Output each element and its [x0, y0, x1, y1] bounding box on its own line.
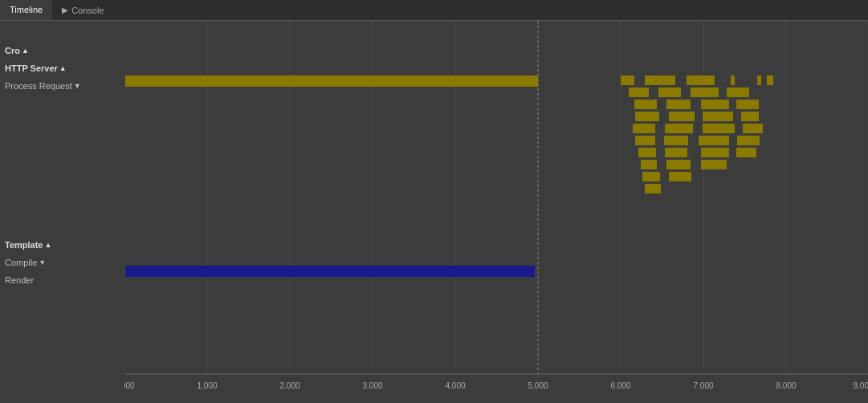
compile-label: Compile	[5, 258, 37, 267]
cro-label: Cro	[5, 46, 20, 55]
svg-rect-45	[645, 184, 661, 193]
console-tab-label: Console	[71, 6, 104, 15]
svg-text:4.000: 4.000	[445, 381, 465, 390]
svg-text:6.000: 6.000	[610, 381, 630, 390]
bars-spacer	[0, 95, 124, 236]
svg-rect-46	[767, 75, 773, 85]
svg-rect-27	[741, 112, 759, 121]
render-row[interactable]: Render	[0, 271, 124, 289]
svg-rect-26	[703, 112, 733, 121]
svg-rect-41	[666, 160, 691, 169]
timeline-tab-label: Timeline	[10, 5, 43, 14]
main-layout: Cro ▲ HTTP Server ▲ Process Request ▼ Te…	[0, 21, 868, 403]
template-label: Template	[5, 240, 43, 250]
svg-text:2.000: 2.000	[279, 381, 300, 390]
process-request-row[interactable]: Process Request ▼	[0, 77, 124, 95]
svg-rect-11	[621, 75, 634, 85]
compile-bar	[125, 266, 535, 277]
http-server-group-header[interactable]: HTTP Server ▲	[0, 59, 124, 77]
svg-text:7.000: 7.000	[693, 381, 713, 390]
svg-rect-43	[642, 172, 660, 181]
svg-rect-25	[669, 112, 695, 121]
cro-arrow: ▲	[22, 47, 29, 55]
tab-bar: Timeline ▶ Console	[0, 0, 868, 21]
chart-area: 0.000 1.000 2.000 3.000 4.000 5.000 6.00…	[124, 21, 868, 403]
tab-timeline[interactable]: Timeline	[0, 0, 52, 20]
svg-rect-40	[641, 160, 657, 169]
svg-rect-28	[633, 124, 655, 133]
svg-rect-34	[699, 136, 729, 145]
svg-rect-30	[703, 124, 735, 133]
svg-rect-15	[757, 75, 761, 85]
cro-group-header[interactable]: Cro ▲	[0, 42, 124, 59]
svg-rect-19	[727, 88, 749, 97]
svg-rect-16	[629, 88, 649, 97]
svg-rect-32	[635, 136, 655, 145]
svg-rect-13	[687, 75, 715, 85]
compile-row[interactable]: Compile ▼	[0, 254, 124, 271]
process-request-arrow: ▼	[74, 82, 81, 90]
process-request-label: Process Request	[5, 81, 72, 91]
http-server-label: HTTP Server	[5, 63, 58, 73]
console-tab-icon: ▶	[62, 6, 68, 14]
svg-rect-20	[634, 100, 657, 109]
process-request-bar	[125, 75, 538, 87]
svg-rect-31	[743, 124, 763, 133]
template-arrow: ▲	[44, 241, 51, 249]
labels-panel: Cro ▲ HTTP Server ▲ Process Request ▼ Te…	[0, 21, 124, 403]
svg-rect-17	[658, 88, 681, 97]
svg-rect-35	[737, 136, 760, 145]
svg-rect-24	[635, 112, 659, 121]
svg-rect-18	[691, 88, 719, 97]
svg-rect-44	[669, 172, 691, 181]
svg-rect-38	[701, 148, 729, 157]
svg-text:1.000: 1.000	[197, 381, 217, 390]
svg-rect-33	[664, 136, 688, 145]
svg-rect-12	[645, 75, 675, 85]
svg-rect-39	[736, 148, 756, 157]
svg-text:9.000: 9.000	[853, 381, 868, 390]
svg-rect-23	[736, 100, 759, 109]
template-group-header[interactable]: Template ▲	[0, 236, 124, 254]
tab-console[interactable]: ▶ Console	[52, 0, 113, 20]
svg-text:0.000: 0.000	[124, 381, 135, 390]
svg-rect-14	[731, 75, 735, 85]
svg-rect-42	[701, 160, 727, 169]
render-label: Render	[5, 275, 34, 285]
svg-rect-37	[665, 148, 687, 157]
svg-rect-22	[701, 100, 729, 109]
svg-text:3.000: 3.000	[362, 381, 382, 390]
compile-arrow: ▼	[39, 258, 46, 267]
svg-rect-29	[665, 124, 693, 133]
svg-rect-21	[666, 100, 691, 109]
svg-text:8.000: 8.000	[776, 381, 796, 390]
svg-rect-36	[638, 148, 656, 157]
timeline-chart: 0.000 1.000 2.000 3.000 4.000 5.000 6.00…	[124, 21, 868, 403]
http-server-arrow: ▲	[59, 64, 67, 72]
svg-text:5.000: 5.000	[528, 381, 548, 390]
